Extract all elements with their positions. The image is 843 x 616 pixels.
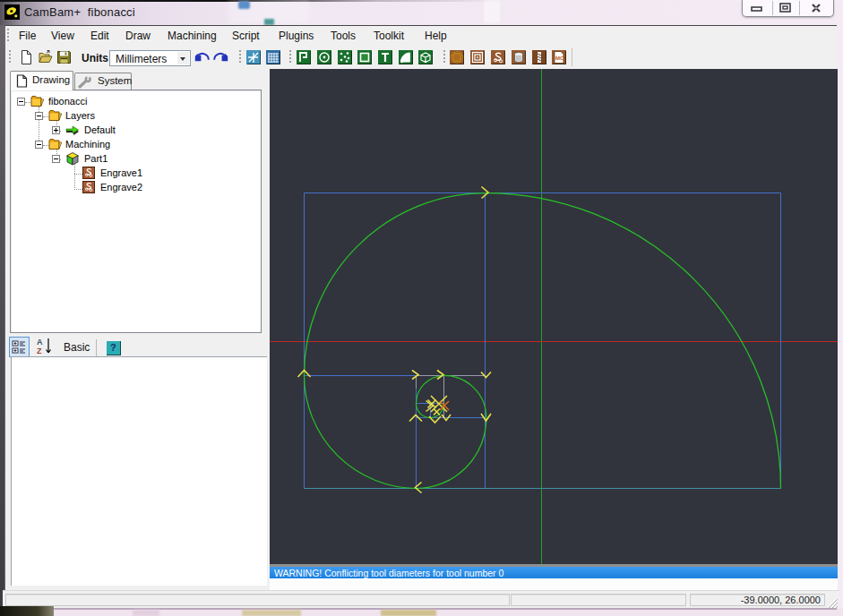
svg-text:MC: MC xyxy=(555,56,564,61)
svg-text:A: A xyxy=(37,338,43,346)
svg-text:Z: Z xyxy=(37,346,42,355)
